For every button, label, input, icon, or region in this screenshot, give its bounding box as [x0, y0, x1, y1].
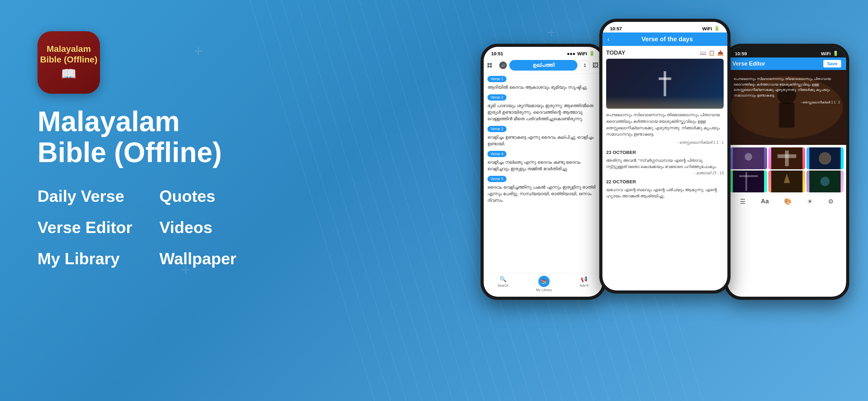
thumbnail-1[interactable] — [730, 147, 767, 169]
save-button[interactable]: Save — [823, 60, 841, 67]
today-label: TODAY — [606, 49, 625, 56]
phone1-bottom-nav: 🔍 Search 📚 My Library 📢 Ads fr — [484, 273, 602, 297]
phone1-screen: 10:51 ●●● WiFi 🔋 🔊 ഉല്പത്തി 1 🖼 — [484, 47, 602, 297]
verse-1-text: ആദിയിൽ ദൈവം ആകാശവും ഭൂമിയും സൃഷ്ടിച്ചു. — [488, 84, 599, 91]
editor-title: Verse Editor — [733, 61, 765, 67]
phone3-status-icons: WiFi 🔋 — [821, 51, 839, 56]
verse-5-text: ദൈവം വെളിച്ചത്തിനു പകൽ എന്നും ഇരുളിനു രാ… — [488, 184, 599, 204]
feature-my-library[interactable]: My Library — [37, 249, 134, 268]
verse-of-day-title: Verse of the days — [612, 36, 722, 43]
back-button[interactable]: ‹ — [608, 36, 610, 43]
verse-2-label: Verse 2 — [488, 94, 506, 101]
app-icon-book-emoji: 📖 — [61, 67, 76, 81]
phone2-status-bar: 10:57 WiFi 🔋 — [602, 22, 727, 32]
grid-view-icon[interactable] — [488, 63, 492, 67]
search-nav-item[interactable]: 🔍 Search — [497, 276, 508, 292]
svg-line-0 — [250, 0, 375, 401]
cross-icon — [655, 71, 674, 96]
color-tool[interactable]: 🎨 — [784, 198, 792, 205]
svg-line-7 — [359, 0, 484, 401]
verse-3-text: വെളിച്ചം ഉണ്ടാകട്ടെ എന്നു ദൈവം കല്പിച്ചു… — [488, 134, 599, 147]
svg-rect-31 — [779, 103, 795, 128]
thumbnail-3[interactable] — [806, 147, 844, 169]
feature-verse-editor[interactable]: Verse Editor — [37, 218, 134, 237]
text-align-tool[interactable]: ☰ — [740, 198, 746, 205]
image-icon[interactable]: 🖼 — [592, 62, 599, 69]
svg-rect-35 — [785, 151, 788, 166]
svg-rect-26 — [664, 71, 666, 96]
date-oct22: 22 OCTOBER — [606, 179, 724, 184]
phone-verse-of-day: 10:57 WiFi 🔋 ‹ Verse of the days TODAY — [599, 19, 731, 294]
svg-line-6 — [344, 0, 469, 401]
phone2-time: 10:57 — [610, 26, 622, 31]
search-nav-icon: 🔍 — [500, 276, 506, 282]
feature-daily-verse[interactable]: Daily Verse — [37, 187, 134, 205]
phones-area: 10:51 ●●● WiFi 🔋 🔊 ഉല്പത്തി 1 🖼 — [480, 19, 849, 300]
phone3-time: 10:59 — [735, 51, 747, 56]
chapter-number[interactable]: 1 — [580, 60, 590, 70]
left-section: Malayalam Bible (Offline) 📖 Malayalam Bi… — [37, 31, 256, 268]
verse-3-label: Verse 3 — [488, 126, 506, 132]
svg-rect-40 — [745, 172, 747, 191]
app-title: Malayalam Bible (Offline) — [37, 106, 256, 168]
editor-thumbnails — [727, 145, 846, 195]
phone1-status-bar: 10:51 ●●● WiFi 🔋 — [484, 47, 602, 58]
cross-image — [606, 59, 724, 109]
share-icon[interactable]: 📤 — [717, 50, 724, 56]
settings-tool[interactable]: ⚙ — [828, 198, 834, 205]
today-verse-ref: - തെസ്സലൊനീക്യർ 1 1 : 1 — [606, 140, 724, 144]
verse-oct23-text: അതിനു അവൻ: "സ്വർഗ്ഗസ്ഥനായ എന്റെ പിതാവു ന… — [606, 157, 724, 170]
thumbnail-4[interactable] — [730, 170, 767, 192]
verse-4-label: Verse 4 — [488, 151, 506, 157]
phone3-screen: 10:59 WiFi 🔋 Verse Editor Save — [727, 47, 846, 297]
date-oct23: 23 OCTOBER — [606, 149, 724, 155]
svg-line-1 — [266, 0, 391, 401]
svg-point-38 — [819, 152, 832, 165]
app-icon: Malayalam Bible (Offline) 📖 — [37, 31, 100, 94]
svg-rect-39 — [733, 170, 764, 192]
app-icon-text: Malayalam Bible (Offline) — [37, 44, 100, 65]
verse-1-label: Verse 1 — [488, 76, 506, 82]
verse-container: Verse 1 ആദിയിൽ ദൈവം ആകാശവും ഭൂമിയും സൃഷ്… — [484, 73, 602, 279]
verse-of-day-content: TODAY 📖 📋 📤 — [602, 46, 727, 290]
thumbnail-2[interactable] — [768, 147, 806, 169]
verse-5-label: Verse 5 — [488, 176, 506, 182]
svg-line-3 — [297, 0, 422, 401]
verse-oct23-ref: - മത്തായി 15 : 13 — [606, 171, 724, 175]
search-nav-label: Search — [497, 283, 508, 287]
thumbnail-5[interactable] — [768, 170, 806, 192]
svg-line-4 — [312, 0, 437, 401]
feature-quotes[interactable]: Quotes — [159, 187, 256, 205]
verse-editor-background: പൌലൊസും സിലവാനൊസും തിമൊഥെൊസും പിതാവായ ദൈ… — [727, 70, 846, 145]
phone3-status-bar: 10:59 WiFi 🔋 — [727, 47, 846, 58]
svg-rect-36 — [777, 154, 796, 158]
library-nav-item[interactable]: 📚 My Library — [536, 276, 552, 292]
features-grid: Daily Verse Quotes Verse Editor Videos M… — [37, 187, 256, 268]
svg-rect-27 — [659, 77, 671, 80]
svg-line-5 — [328, 0, 453, 401]
feature-wallpaper[interactable]: Wallpaper — [159, 249, 256, 268]
copy-icon[interactable]: 📋 — [709, 50, 715, 56]
svg-line-2 — [281, 0, 406, 401]
svg-point-45 — [820, 177, 830, 186]
ads-nav-label: Ads fr — [580, 283, 589, 287]
book-icon[interactable]: 📖 — [700, 50, 706, 56]
editor-tools: ☰ Aa 🎨 ☀ ⚙ — [727, 195, 846, 208]
filter-tool[interactable]: ☀ — [807, 198, 813, 205]
phone-bible-reader: 10:51 ●●● WiFi 🔋 🔊 ഉല്പത്തി 1 🖼 — [480, 44, 606, 300]
font-size-tool[interactable]: Aa — [761, 198, 769, 205]
today-action-icons: 📖 📋 📤 — [700, 50, 724, 56]
verse-4-text: വെളിച്ചം നല്ലതു എന്നു ദൈവം കണ്ടു ദൈവം വെ… — [488, 159, 599, 172]
thumbnail-6[interactable] — [806, 170, 844, 192]
cross-glow — [606, 96, 724, 109]
today-verse-text: പൌലൊസും സിലവാനൊസും തിമൊഥെൊസും പിതാവായ ദൈ… — [606, 112, 724, 138]
phone2-header: ‹ Verse of the days — [602, 32, 727, 46]
audio-icon[interactable]: 🔊 — [499, 62, 507, 69]
phone2-status-icons: WiFi 🔋 — [702, 26, 720, 31]
library-nav-icon: 📚 — [538, 276, 550, 287]
book-selector[interactable]: ഉല്പത്തി — [509, 60, 578, 71]
svg-rect-41 — [739, 175, 758, 177]
feature-videos[interactable]: Videos — [159, 218, 256, 237]
ads-nav-item[interactable]: 📢 Ads fr — [580, 276, 589, 292]
svg-point-33 — [745, 153, 752, 161]
